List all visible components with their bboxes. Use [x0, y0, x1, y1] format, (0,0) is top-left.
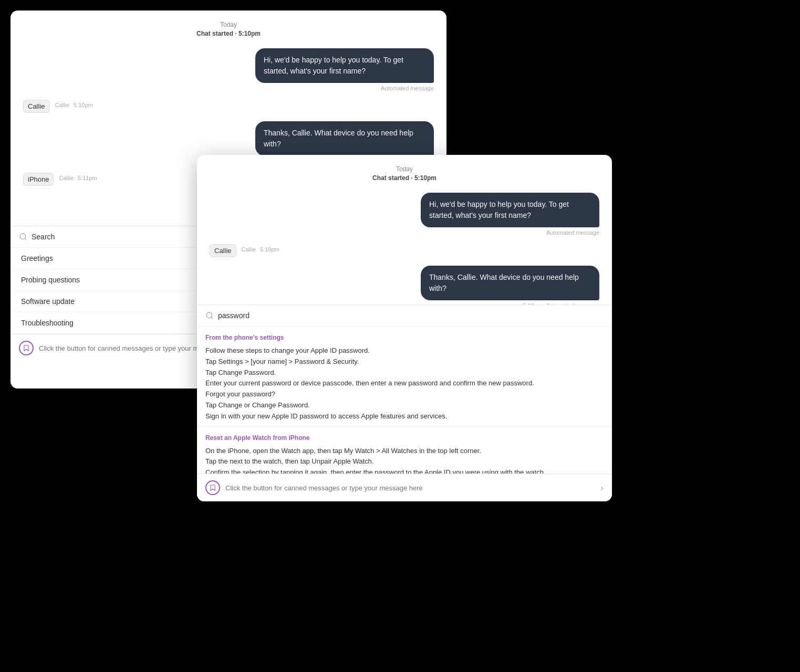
fg-canned-panel: From the phone's settings Follow these s… — [197, 304, 612, 501]
fg-result-group-2: Reset an Apple Watch from iPhone On the … — [197, 427, 612, 474]
fg-search-icon — [205, 311, 214, 320]
fg-user-meta-1: Callie 5:10pm — [242, 246, 279, 253]
fg-canned-trigger-icon[interactable] — [205, 480, 220, 495]
bg-date-header: Today Chat started · 5:10pm — [23, 21, 434, 38]
bg-canned-list: Greetings Probing questions Software upd… — [11, 248, 217, 334]
send-button[interactable]: › — [600, 482, 604, 494]
bg-user-sender-1: Callie — [55, 102, 70, 108]
bg-user-meta-1: Callie 5:10pm — [55, 102, 93, 108]
fg-user-message-1: Callie Callie 5:10pm — [210, 244, 599, 257]
fg-chat-input-area: › — [197, 474, 612, 501]
canned-item-greetings[interactable]: Greetings — [11, 248, 217, 269]
bg-date-label: Today — [23, 21, 434, 28]
svg-line-1 — [25, 238, 26, 240]
bg-user-message-1: Callie Callie 5:10pm — [23, 100, 434, 113]
svg-point-2 — [206, 312, 212, 318]
fg-result-group-1: From the phone's settings Follow these s… — [197, 327, 612, 426]
fg-bot-bubble-1: Hi, we'd be happy to help you today. To … — [421, 193, 599, 227]
bg-bot-bubble-1: Hi, we'd be happy to help you today. To … — [255, 48, 434, 83]
fg-canned-search-bar — [197, 305, 612, 327]
bg-bot-meta-1: Automated message — [381, 85, 434, 91]
fg-bot-message-1: Hi, we'd be happy to help you today. To … — [210, 193, 599, 236]
fg-date-header: Today Chat started · 5:10pm — [210, 165, 599, 182]
canned-item-troubleshooting[interactable]: Troubleshooting — [11, 312, 217, 334]
bg-canned-search-input[interactable] — [32, 233, 209, 241]
bg-user-time-1: 5:10pm — [74, 102, 93, 108]
bookmark-icon — [23, 344, 30, 352]
bg-canned-trigger-icon[interactable] — [19, 341, 34, 355]
bg-bot-bubble-2: Thanks, Callie. What device do you need … — [255, 121, 434, 156]
bg-user-sender-2: Callie — [59, 175, 74, 181]
bg-canned-search-bar — [11, 226, 217, 248]
svg-point-0 — [20, 234, 26, 239]
fg-user-avatar-1: Callie — [210, 244, 236, 257]
fg-date-label: Today — [210, 165, 599, 173]
search-icon — [19, 233, 27, 241]
fg-bot-message-2: Thanks, Callie. What device do you need … — [210, 266, 599, 304]
bg-canned-panel: Greetings Probing questions Software upd… — [11, 226, 218, 388]
canned-item-software-update[interactable]: Software update — [11, 291, 217, 312]
fg-chat-messages: Today Chat started · 5:10pm Hi, we'd be … — [197, 155, 612, 304]
bookmark-icon — [209, 484, 216, 491]
fg-user-time-1: 5:10pm — [260, 246, 279, 253]
fg-canned-search-input[interactable] — [218, 311, 604, 320]
bg-chat-input-area — [11, 334, 217, 362]
fg-chat-started: Chat started · 5:10pm — [372, 174, 437, 182]
svg-line-3 — [211, 317, 213, 319]
canned-item-probing[interactable]: Probing questions — [11, 269, 217, 291]
fg-result-content-1[interactable]: Follow these steps to change your Apple … — [205, 345, 604, 422]
bg-bot-meta-label-1: Automated message — [381, 85, 434, 91]
bg-user-time-2: 5:11pm — [78, 175, 97, 181]
bg-message-input[interactable] — [39, 344, 209, 352]
fg-bot-bubble-2: Thanks, Callie. What device do you need … — [421, 266, 599, 300]
fg-bot-meta-label-1: Automated message — [546, 229, 599, 236]
fg-result-title-1: From the phone's settings — [205, 334, 604, 341]
fg-message-input[interactable] — [225, 484, 595, 492]
bg-user-meta-2: Callie 5:11pm — [59, 175, 97, 181]
chat-window-foreground: Today Chat started · 5:10pm Hi, we'd be … — [197, 155, 612, 501]
bg-user-avatar-1: Callie — [23, 100, 50, 113]
bg-bot-message-1: Hi, we'd be happy to help you today. To … — [23, 48, 434, 91]
fg-bot-meta-1: Automated message — [546, 229, 599, 236]
fg-result-content-2[interactable]: On the iPhone, open the Watch app, then … — [205, 446, 604, 474]
bg-chat-started: Chat started · 5:10pm — [196, 30, 261, 37]
fg-canned-results: From the phone's settings Follow these s… — [197, 327, 612, 474]
fg-user-sender-1: Callie — [242, 246, 256, 253]
bg-user-avatar-2: iPhone — [23, 173, 54, 186]
fg-result-title-2: Reset an Apple Watch from iPhone — [205, 434, 604, 442]
